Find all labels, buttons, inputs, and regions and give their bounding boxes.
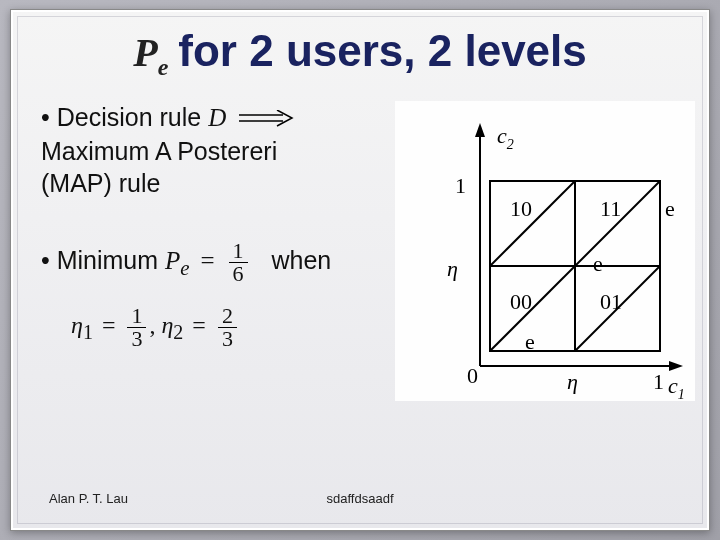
slide-frame: Pefor 2 users, 2 levels • Decision rule … [10, 9, 710, 531]
eta-x: η [567, 369, 578, 394]
eta1-sub: 1 [83, 320, 93, 342]
content-area: • Decision rule D Maximum A Postereri (M… [21, 101, 699, 350]
b2-fraction: 1 6 [229, 240, 248, 285]
eq1: = [102, 312, 116, 338]
title-P-sub: e [158, 54, 169, 80]
b2-P: P [165, 247, 180, 274]
title-P: P [133, 30, 157, 75]
svg-line-9 [490, 181, 575, 266]
f1n: 1 [127, 305, 146, 328]
footer-center: sdaffdsaadf [327, 491, 394, 506]
slide-title: Pefor 2 users, 2 levels [21, 26, 699, 81]
b2-frac-num: 1 [229, 240, 248, 263]
b2-eq: = [201, 247, 215, 274]
cell-01: 01 [600, 289, 622, 314]
title-symbol: Pe [133, 30, 168, 75]
svg-line-10 [575, 181, 660, 266]
eta-comma: , [149, 312, 161, 338]
e-right: e [665, 196, 675, 221]
left-column: • Decision rule D Maximum A Postereri (M… [41, 101, 401, 350]
decision-square-figure: c2 c1 1 1 0 η η 10 11 00 01 e e e [395, 101, 695, 401]
implies-arrow-icon [237, 110, 297, 128]
b1-prefix: • Decision rule [41, 103, 208, 131]
svg-marker-3 [475, 123, 485, 137]
cell-00: 00 [510, 289, 532, 314]
eta1: η [71, 312, 83, 338]
eta2: η [161, 312, 173, 338]
b1-line1: Maximum A Postereri [41, 137, 277, 165]
eta-y: η [447, 256, 458, 281]
frac1: 1 3 [127, 305, 146, 350]
eta-equation: η1 = 1 3 , η2 = 2 3 [71, 305, 401, 350]
c2-label: c2 [497, 123, 514, 152]
y-one: 1 [455, 173, 466, 198]
x-one: 1 [653, 369, 664, 394]
figure-svg: c2 c1 1 1 0 η η 10 11 00 01 e e e [395, 101, 695, 401]
e-bottom: e [525, 329, 535, 354]
slide-inner: Pefor 2 users, 2 levels • Decision rule … [21, 20, 699, 520]
e-mid: e [593, 251, 603, 276]
f2n: 2 [218, 305, 237, 328]
f2d: 3 [218, 328, 237, 350]
b2-when: when [271, 246, 331, 274]
f1d: 3 [127, 328, 146, 350]
c1-label: c1 [668, 373, 685, 401]
svg-marker-5 [669, 361, 683, 371]
cell-10: 10 [510, 196, 532, 221]
bullet-1: • Decision rule D Maximum A Postereri (M… [41, 101, 401, 200]
b2-frac-den: 6 [229, 263, 248, 285]
b2-P-sub: e [180, 256, 189, 280]
b1-line2: (MAP) rule [41, 169, 160, 197]
origin-zero: 0 [467, 363, 478, 388]
footer-author: Alan P. T. Lau [49, 491, 128, 506]
bullet-2: • Minimum Pe = 1 6 when [41, 240, 401, 285]
frac2: 2 3 [218, 305, 237, 350]
cell-11: 11 [600, 196, 621, 221]
b2-prefix: • Minimum [41, 246, 158, 274]
eta2-sub: 2 [173, 320, 183, 342]
b1-D: D [208, 104, 226, 131]
title-text: for 2 users, 2 levels [178, 26, 586, 75]
eq2: = [192, 312, 206, 338]
